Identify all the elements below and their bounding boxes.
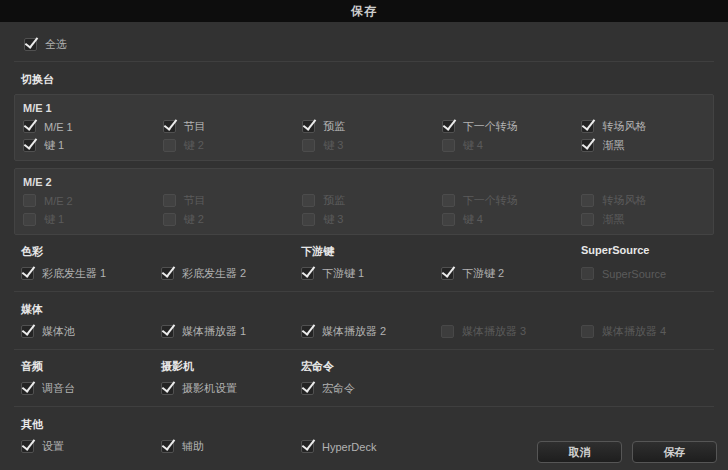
save-button[interactable]: 保存 — [632, 441, 717, 463]
checkbox-item-me2: M/E 2 — [15, 191, 155, 210]
color-gen-2-checkbox[interactable] — [161, 267, 174, 280]
media-player-3-checkbox — [441, 325, 454, 338]
hyperdeck-label: HyperDeck — [322, 441, 376, 453]
color-gen-1-label: 彩底发生器 1 — [42, 266, 106, 281]
me2-preview-label: 预监 — [323, 193, 345, 208]
checkbox-item-color-gen-2[interactable]: 彩底发生器 2 — [154, 264, 294, 283]
me1-ftb-checkbox[interactable] — [581, 139, 594, 152]
me2-next-transition-label: 下一个转场 — [463, 193, 518, 208]
media-player-2-label: 媒体播放器 2 — [322, 324, 386, 339]
checkbox-item-me1-key1[interactable]: 键 1 — [15, 136, 155, 155]
me1-checkbox[interactable] — [23, 120, 36, 133]
me1-key2-label: 键 2 — [184, 138, 204, 153]
me2-key4-checkbox — [442, 213, 455, 226]
checkbox-item-me1[interactable]: M/E 1 — [15, 117, 155, 136]
checkbox-item-me1-next-transition[interactable]: 下一个转场 — [434, 117, 574, 136]
checkbox-item-me2-next-transition: 下一个转场 — [434, 191, 574, 210]
checkbox-item-aux[interactable]: 辅助 — [154, 437, 294, 456]
me1-key1-checkbox[interactable] — [23, 139, 36, 152]
section-header-supersource: SuperSource — [574, 244, 714, 259]
aux-checkbox[interactable] — [161, 440, 174, 453]
dsk1-checkbox[interactable] — [301, 267, 314, 280]
checkbox-item-media-player-1[interactable]: 媒体播放器 1 — [154, 322, 294, 341]
checkbox-item-dsk1[interactable]: 下游键 1 — [294, 264, 434, 283]
media-pool-checkbox[interactable] — [21, 325, 34, 338]
media-player-1-checkbox[interactable] — [161, 325, 174, 338]
media-player-2-checkbox[interactable] — [301, 325, 314, 338]
me2-key2-label: 键 2 — [184, 212, 204, 227]
checkbox-item-dsk2[interactable]: 下游键 2 — [434, 264, 574, 283]
section-header-color: 色彩 — [14, 244, 154, 259]
me1-program-label: 节目 — [184, 119, 206, 134]
section-header-dsk: 下游键 — [294, 244, 434, 259]
checkbox-item-me2-transition-style: 转场风格 — [573, 191, 713, 210]
checkbox-item-me2-key4: 键 4 — [434, 210, 574, 229]
color-gen-1-checkbox[interactable] — [21, 267, 34, 280]
me2-key3-label: 键 3 — [323, 212, 343, 227]
audio-mixer-checkbox[interactable] — [21, 382, 34, 395]
checkbox-item-me1-transition-style[interactable]: 转场风格 — [573, 117, 713, 136]
checkbox-item-settings[interactable]: 设置 — [14, 437, 154, 456]
supersource-checkbox — [581, 267, 594, 280]
separator — [14, 61, 714, 62]
media-player-1-label: 媒体播放器 1 — [182, 324, 246, 339]
cancel-button[interactable]: 取消 — [537, 441, 622, 463]
separator — [14, 349, 714, 350]
me2-preview-checkbox — [302, 194, 315, 207]
me2-program-checkbox — [163, 194, 176, 207]
me1-key3-checkbox — [302, 139, 315, 152]
me2-key1-label: 键 1 — [44, 212, 64, 227]
camera-settings-checkbox[interactable] — [161, 382, 174, 395]
checkbox-item-me1-ftb[interactable]: 渐黑 — [573, 136, 713, 155]
select-all-checkbox[interactable] — [24, 38, 37, 51]
dialog-body: 全选 切换台 M/E 1 M/E 1 节目 预监 下一个转场 — [0, 22, 728, 456]
dialog-title: 保存 — [351, 3, 377, 20]
me2-ftb-checkbox — [581, 213, 594, 226]
macros-checkbox[interactable] — [301, 382, 314, 395]
section-header-macros: 宏命令 — [294, 359, 434, 374]
me1-ftb-label: 渐黑 — [602, 138, 624, 153]
checkbox-item-me2-key1: 键 1 — [15, 210, 155, 229]
checkbox-item-me2-key3: 键 3 — [294, 210, 434, 229]
me1-transition-style-checkbox[interactable] — [581, 120, 594, 133]
checkbox-item-media-player-2[interactable]: 媒体播放器 2 — [294, 322, 434, 341]
me1-key4-label: 键 4 — [463, 138, 483, 153]
checkbox-item-color-gen-1[interactable]: 彩底发生器 1 — [14, 264, 154, 283]
me2-transition-style-checkbox — [581, 194, 594, 207]
select-all-item[interactable]: 全选 — [14, 29, 714, 61]
me2-key2-checkbox — [163, 213, 176, 226]
me2-key4-label: 键 4 — [463, 212, 483, 227]
me1-panel-header: M/E 1 — [15, 98, 713, 117]
checkbox-item-media-pool[interactable]: 媒体池 — [14, 322, 154, 341]
checkbox-item-audio-mixer[interactable]: 调音台 — [14, 379, 154, 398]
settings-checkbox[interactable] — [21, 440, 34, 453]
checkbox-item-camera-settings[interactable]: 摄影机设置 — [154, 379, 294, 398]
me1-key3-label: 键 3 — [323, 138, 343, 153]
checkbox-item-me2-program: 节目 — [155, 191, 295, 210]
me1-preview-checkbox[interactable] — [302, 120, 315, 133]
checkbox-item-macros[interactable]: 宏命令 — [294, 379, 434, 398]
dialog-titlebar: 保存 — [0, 0, 728, 22]
dsk1-label: 下游键 1 — [322, 266, 364, 281]
audio-mixer-label: 调音台 — [42, 381, 75, 396]
me1-panel: M/E 1 M/E 1 节目 预监 下一个转场 转场风格 — [14, 94, 714, 161]
color-gen-2-label: 彩底发生器 2 — [182, 266, 246, 281]
checkbox-item-me1-program[interactable]: 节目 — [155, 117, 295, 136]
checkbox-item-me2-ftb: 渐黑 — [573, 210, 713, 229]
checkbox-item-hyperdeck[interactable]: HyperDeck — [294, 437, 434, 456]
me1-next-transition-checkbox[interactable] — [442, 120, 455, 133]
select-all-label: 全选 — [45, 37, 67, 52]
checkbox-item-me1-preview[interactable]: 预监 — [294, 117, 434, 136]
separator — [14, 291, 714, 292]
dsk2-checkbox[interactable] — [441, 267, 454, 280]
me2-key1-checkbox — [23, 213, 36, 226]
me1-key4-checkbox — [442, 139, 455, 152]
me2-program-label: 节目 — [184, 193, 206, 208]
supersource-label: SuperSource — [602, 268, 666, 280]
section-header-media: 媒体 — [14, 302, 714, 317]
me1-preview-label: 预监 — [323, 119, 345, 134]
hyperdeck-checkbox[interactable] — [301, 440, 314, 453]
me1-label: M/E 1 — [44, 121, 73, 133]
macros-label: 宏命令 — [322, 381, 355, 396]
me1-program-checkbox[interactable] — [163, 120, 176, 133]
